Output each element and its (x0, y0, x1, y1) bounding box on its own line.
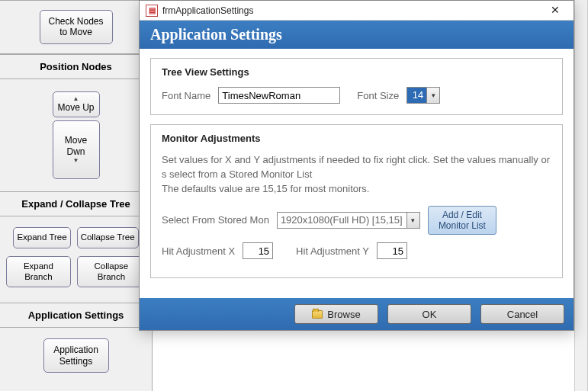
close-button[interactable]: ✕ (541, 3, 569, 18)
dialog-window: ▤ frmApplicationSettings ✕ Application S… (139, 0, 574, 331)
application-settings-header: Application Settings (0, 303, 152, 328)
stored-mon-label: Select From Stored Mon (162, 214, 269, 226)
move-down-label: Move Dwn (65, 135, 87, 156)
window-title: frmApplicationSettings (162, 5, 253, 16)
tree-view-title: Tree View Settings (162, 66, 551, 78)
chevron-down-icon[interactable]: ▾ (406, 212, 420, 229)
font-name-input[interactable] (218, 87, 340, 104)
collapse-branch-button[interactable]: Collapse Branch (77, 256, 146, 288)
monitor-help-text: Set values for X and Y adjustments if ne… (162, 153, 551, 197)
ok-button[interactable]: OK (387, 304, 471, 324)
triangle-up-icon (55, 95, 98, 103)
move-up-label: Move Up (57, 102, 94, 113)
hit-x-input[interactable] (243, 242, 273, 259)
chevron-down-icon[interactable]: ▾ (426, 87, 440, 104)
monitor-group: Monitor Adjustments Set values for X and… (150, 124, 563, 278)
add-edit-monitor-button[interactable]: Add / Edit Monitor List (428, 206, 496, 236)
stored-mon-value: 1920x1080(Full HD) [15,15] (277, 212, 406, 229)
tree-view-group: Tree View Settings Font Name Font Size 1… (150, 58, 563, 115)
move-down-button[interactable]: Move Dwn (53, 120, 100, 179)
font-size-label: Font Size (357, 90, 399, 101)
hit-y-label: Hit Adjustment Y (296, 245, 369, 257)
stored-mon-combo[interactable]: 1920x1080(Full HD) [15,15] ▾ (277, 212, 420, 229)
hit-x-label: Hit Adjustment X (162, 245, 235, 257)
monitor-title: Monitor Adjustments (162, 133, 551, 144)
triangle-down-icon (55, 157, 98, 165)
font-name-label: Font Name (162, 90, 210, 101)
left-panel: Check Nodes to Move Position Nodes Move … (0, 0, 153, 391)
collapse-tree-button[interactable]: Collapse Tree (77, 227, 139, 248)
check-nodes-button[interactable]: Check Nodes to Move (40, 10, 113, 44)
browse-label: Browse (327, 309, 360, 320)
expand-branch-button[interactable]: Expand Branch (6, 256, 71, 288)
move-up-button[interactable]: Move Up (53, 91, 100, 117)
application-settings-button[interactable]: Application Settings (43, 338, 109, 373)
form-icon: ▤ (146, 5, 158, 17)
cancel-button[interactable]: Cancel (480, 304, 564, 324)
font-size-combo[interactable]: 14 ▾ (406, 87, 440, 104)
expand-tree-button[interactable]: Expand Tree (13, 227, 70, 248)
expand-collapse-header: Expand / Collapse Tree (0, 191, 152, 216)
folder-icon (312, 310, 323, 319)
titlebar: ▤ frmApplicationSettings ✕ (140, 1, 574, 21)
hit-y-input[interactable] (377, 242, 407, 259)
position-nodes-header: Position Nodes (0, 54, 152, 79)
browse-button[interactable]: Browse (294, 304, 378, 324)
dialog-footer: Browse OK Cancel (140, 298, 574, 330)
font-size-value: 14 (406, 87, 426, 104)
dialog-banner: Application Settings (140, 21, 574, 49)
background-scrollbar (574, 0, 588, 391)
